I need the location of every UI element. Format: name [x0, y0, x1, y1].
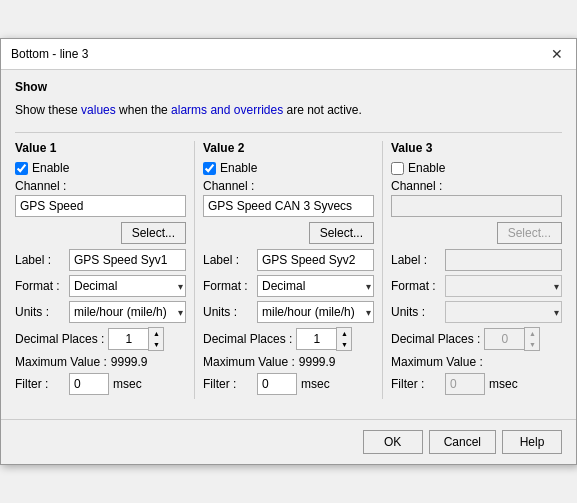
- value1-units-wrapper: mile/hour (mile/h) km/hour (km/h): [69, 301, 186, 323]
- value1-filter-row: Filter : msec: [15, 373, 186, 395]
- value3-select-button[interactable]: Select...: [497, 222, 562, 244]
- value2-format-select[interactable]: Decimal Hexadecimal Binary: [257, 275, 374, 297]
- value1-column: Value 1 Enable Channel : Select... Label…: [15, 141, 194, 399]
- value1-format-row: Format : Decimal Hexadecimal Binary: [15, 275, 186, 297]
- desc-prefix: Show these: [15, 103, 81, 117]
- show-section: Show Show these values when the alarms a…: [15, 80, 562, 119]
- value1-decimal-input[interactable]: [108, 328, 148, 350]
- value2-maxval-row: Maximum Value : 9999.9: [203, 355, 374, 369]
- value2-decimal-label: Decimal Places :: [203, 332, 292, 346]
- value1-enable-checkbox[interactable]: [15, 162, 28, 175]
- value2-channel-label: Channel :: [203, 179, 374, 193]
- desc-values: values: [81, 103, 116, 117]
- value2-filter-input[interactable]: [257, 373, 297, 395]
- value3-filter-input[interactable]: [445, 373, 485, 395]
- cancel-button[interactable]: Cancel: [429, 430, 496, 454]
- show-label: Show: [15, 80, 562, 94]
- value1-channel-input[interactable]: [15, 195, 186, 217]
- value1-units-select[interactable]: mile/hour (mile/h) km/hour (km/h): [69, 301, 186, 323]
- button-row: OK Cancel Help: [1, 419, 576, 464]
- value3-maxval-row: Maximum Value :: [391, 355, 562, 369]
- value1-spinner-down[interactable]: ▼: [149, 339, 163, 350]
- value3-title: Value 3: [391, 141, 562, 155]
- value1-format-select[interactable]: Decimal Hexadecimal Binary: [69, 275, 186, 297]
- value3-label-input[interactable]: [445, 249, 562, 271]
- value3-enable-checkbox[interactable]: [391, 162, 404, 175]
- value3-spinner-btns: ▲ ▼: [524, 327, 540, 351]
- value2-label-input[interactable]: [257, 249, 374, 271]
- value1-enable-label: Enable: [32, 161, 69, 175]
- value1-maxval-row: Maximum Value : 9999.9: [15, 355, 186, 369]
- value2-spinner-btns: ▲ ▼: [336, 327, 352, 351]
- value2-units-label: Units :: [203, 305, 253, 319]
- value2-format-label: Format :: [203, 279, 253, 293]
- value1-label-label: Label :: [15, 253, 65, 267]
- value3-channel-input[interactable]: [391, 195, 562, 217]
- value2-msec-label: msec: [301, 377, 330, 391]
- value2-select-button[interactable]: Select...: [309, 222, 374, 244]
- value1-decimal-label: Decimal Places :: [15, 332, 104, 346]
- value2-format-row: Format : Decimal Hexadecimal Binary: [203, 275, 374, 297]
- value2-decimal-row: Decimal Places : ▲ ▼: [203, 327, 374, 351]
- value2-filter-row: Filter : msec: [203, 373, 374, 395]
- value1-maxval-label: Maximum Value :: [15, 355, 107, 369]
- value1-filter-label: Filter :: [15, 377, 65, 391]
- value1-spinner-wrapper: ▲ ▼: [108, 327, 186, 351]
- value3-format-select[interactable]: Decimal: [445, 275, 562, 297]
- value1-units-row: Units : mile/hour (mile/h) km/hour (km/h…: [15, 301, 186, 323]
- value2-select-btn-row: Select...: [203, 222, 374, 244]
- value1-format-label: Format :: [15, 279, 65, 293]
- value3-label-row: Label :: [391, 249, 562, 271]
- value1-channel-row: Channel :: [15, 179, 186, 217]
- value3-column: Value 3 Enable Channel : Select... Label…: [382, 141, 562, 399]
- close-button[interactable]: ✕: [548, 45, 566, 63]
- value2-units-wrapper: mile/hour (mile/h) km/hour (km/h): [257, 301, 374, 323]
- value1-format-wrapper: Decimal Hexadecimal Binary: [69, 275, 186, 297]
- value2-maxval-label: Maximum Value :: [203, 355, 295, 369]
- value1-spinner-btns: ▲ ▼: [148, 327, 164, 351]
- value3-units-row: Units : mile/hour (mile/h): [391, 301, 562, 323]
- help-button[interactable]: Help: [502, 430, 562, 454]
- value1-filter-input[interactable]: [69, 373, 109, 395]
- value1-label-input[interactable]: [69, 249, 186, 271]
- ok-button[interactable]: OK: [363, 430, 423, 454]
- value2-units-row: Units : mile/hour (mile/h) km/hour (km/h…: [203, 301, 374, 323]
- value3-enable-label: Enable: [408, 161, 445, 175]
- value2-enable-row: Enable: [203, 161, 374, 175]
- value2-label-row: Label :: [203, 249, 374, 271]
- value1-channel-label: Channel :: [15, 179, 186, 193]
- value2-spinner-wrapper: ▲ ▼: [296, 327, 374, 351]
- value3-units-select[interactable]: mile/hour (mile/h): [445, 301, 562, 323]
- value3-format-wrapper: Decimal: [445, 275, 562, 297]
- value3-channel-label: Channel :: [391, 179, 562, 193]
- value2-filter-label: Filter :: [203, 377, 253, 391]
- value3-filter-label: Filter :: [391, 377, 441, 391]
- value3-units-label: Units :: [391, 305, 441, 319]
- value3-spinner-up[interactable]: ▲: [525, 328, 539, 339]
- value2-spinner-up[interactable]: ▲: [337, 328, 351, 339]
- value2-channel-input[interactable]: [203, 195, 374, 217]
- value3-maxval-label: Maximum Value :: [391, 355, 483, 369]
- value2-spinner-down[interactable]: ▼: [337, 339, 351, 350]
- value3-decimal-label: Decimal Places :: [391, 332, 480, 346]
- show-description: Show these values when the alarms and ov…: [15, 102, 562, 119]
- value1-select-button[interactable]: Select...: [121, 222, 186, 244]
- value1-select-btn-row: Select...: [15, 222, 186, 244]
- desc-alarms: alarms and overrides: [171, 103, 283, 117]
- columns-row: Value 1 Enable Channel : Select... Label…: [15, 141, 562, 399]
- dialog-title: Bottom - line 3: [11, 47, 88, 61]
- value2-enable-checkbox[interactable]: [203, 162, 216, 175]
- value1-enable-row: Enable: [15, 161, 186, 175]
- value2-units-select[interactable]: mile/hour (mile/h) km/hour (km/h): [257, 301, 374, 323]
- value3-spinner-down[interactable]: ▼: [525, 339, 539, 350]
- value3-select-btn-row: Select...: [391, 222, 562, 244]
- value3-spinner-wrapper: ▲ ▼: [484, 327, 562, 351]
- value1-units-label: Units :: [15, 305, 65, 319]
- value3-msec-label: msec: [489, 377, 518, 391]
- value2-decimal-input[interactable]: [296, 328, 336, 350]
- value3-decimal-input[interactable]: [484, 328, 524, 350]
- value2-enable-label: Enable: [220, 161, 257, 175]
- value1-spinner-up[interactable]: ▲: [149, 328, 163, 339]
- value1-decimal-row: Decimal Places : ▲ ▼: [15, 327, 186, 351]
- dialog: Bottom - line 3 ✕ Show Show these values…: [0, 38, 577, 466]
